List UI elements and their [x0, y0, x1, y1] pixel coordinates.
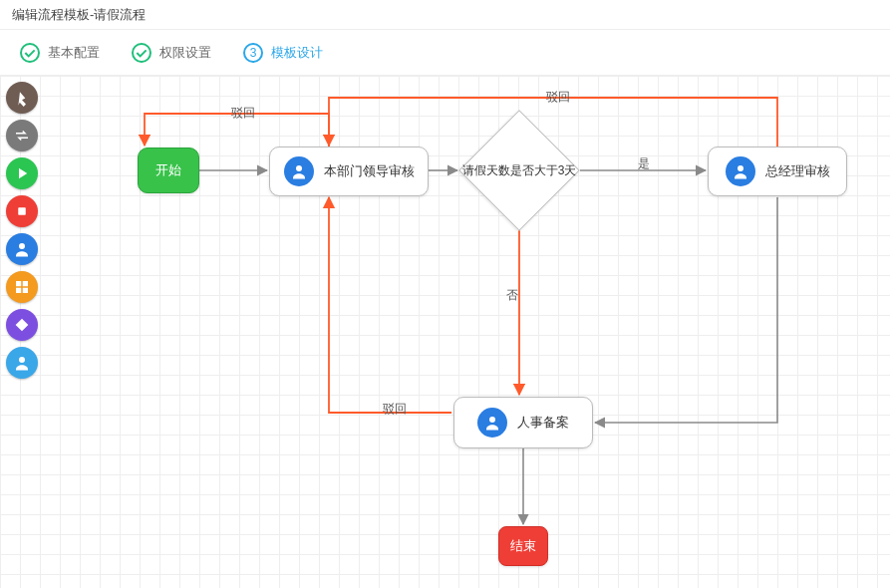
svg-point-10: [489, 417, 495, 423]
end-node-icon[interactable]: [6, 195, 38, 227]
svg-rect-3: [23, 281, 28, 286]
start-node-icon[interactable]: [6, 157, 38, 189]
svg-rect-5: [23, 288, 28, 293]
edge-label-yes: 是: [638, 155, 650, 172]
swap-tool-icon[interactable]: [6, 120, 38, 151]
node-hr-filing[interactable]: 人事备案: [453, 397, 593, 448]
tab-label: 模板设计: [271, 44, 323, 62]
node-label: 开始: [155, 161, 181, 179]
svg-point-7: [19, 357, 25, 363]
tab-template-design[interactable]: 3 模板设计: [229, 36, 341, 70]
edge-label-reject-dept: 驳回: [231, 105, 255, 122]
svg-rect-2: [16, 281, 21, 286]
title-text: 编辑流程模板-请假流程: [12, 7, 146, 22]
step-number: 3: [250, 46, 257, 60]
user-icon: [284, 156, 314, 186]
node-label: 人事备案: [517, 414, 569, 432]
node-gm-approval[interactable]: 总经理审核: [708, 147, 847, 196]
tab-label: 权限设置: [159, 44, 211, 62]
page-title: 编辑流程模板-请假流程: [0, 0, 890, 30]
svg-rect-4: [16, 288, 21, 293]
grid-node-icon[interactable]: [6, 271, 38, 303]
edge-label-reject-hr: 驳回: [383, 401, 407, 418]
user-icon: [726, 156, 755, 186]
svg-rect-6: [16, 319, 29, 332]
node-decision-days[interactable]: 请假天数是否大于3天: [476, 128, 562, 213]
node-label: 总经理审核: [765, 162, 830, 180]
pointer-tool-icon[interactable]: [6, 82, 38, 114]
svg-rect-0: [18, 207, 26, 215]
node-label: 结束: [510, 537, 536, 555]
svg-point-9: [738, 165, 743, 171]
user-node-icon[interactable]: [6, 233, 38, 265]
person-node-icon[interactable]: [6, 347, 38, 379]
node-start[interactable]: 开始: [138, 147, 199, 193]
step-number-icon: 3: [243, 43, 263, 63]
tab-permission-settings[interactable]: 权限设置: [118, 36, 229, 70]
tab-basic-config[interactable]: 基本配置: [6, 36, 118, 70]
node-end[interactable]: 结束: [498, 526, 548, 566]
svg-point-8: [296, 165, 302, 171]
node-dept-head-approval[interactable]: 本部门领导审核: [269, 147, 429, 196]
user-icon: [477, 408, 507, 438]
node-label: 请假天数是否大于3天: [441, 162, 598, 179]
node-label: 本部门领导审核: [324, 162, 415, 180]
node-palette: [6, 82, 38, 379]
designer-canvas[interactable]: 驳回 驳回 驳回 是 否 开始 本部门领导审核 请假天数是否大于3天 总经理审核…: [0, 76, 890, 588]
check-icon: [132, 43, 151, 63]
step-tabs: 基本配置 权限设置 3 模板设计: [0, 30, 890, 76]
edge-label-no: 否: [506, 287, 518, 304]
decision-node-icon[interactable]: [6, 309, 38, 341]
svg-point-1: [19, 243, 25, 249]
edge-label-reject-gm: 驳回: [546, 89, 570, 106]
check-icon: [20, 43, 40, 63]
tab-label: 基本配置: [48, 44, 100, 62]
